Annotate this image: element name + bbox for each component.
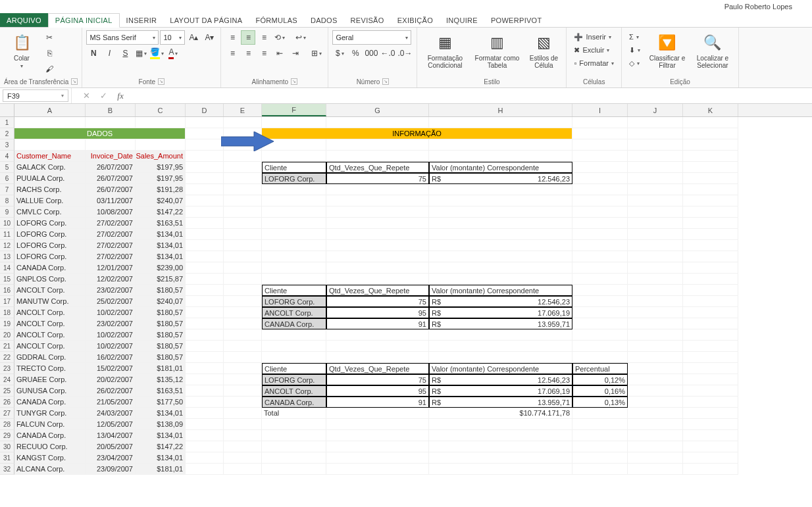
cell[interactable]: $180,57 <box>136 307 186 318</box>
cell[interactable] <box>224 464 262 475</box>
cell[interactable]: $181,01 <box>136 464 186 475</box>
cell[interactable]: Customer_Name <box>14 151 86 162</box>
cell[interactable] <box>628 318 683 329</box>
cell[interactable] <box>572 452 628 464</box>
cell[interactable] <box>326 408 429 419</box>
cell[interactable]: LOFORG Corp. <box>262 374 326 385</box>
cell[interactable] <box>262 195 326 206</box>
tab-formulas[interactable]: FÓRMULAS <box>249 13 304 27</box>
bold-button[interactable]: N <box>86 46 101 60</box>
cell[interactable]: 26/07/2007 <box>86 162 136 173</box>
cell[interactable] <box>136 139 186 151</box>
cell[interactable] <box>186 307 224 318</box>
cell[interactable]: 23/02/2007 <box>86 318 136 329</box>
cell[interactable] <box>628 218 683 229</box>
cell[interactable]: 12/02/2007 <box>86 274 136 285</box>
cell[interactable]: $10.774.171,78 <box>429 408 572 419</box>
row-header[interactable]: 22 <box>0 352 14 363</box>
row-header[interactable]: 31 <box>0 452 14 464</box>
cell[interactable]: $147,22 <box>136 441 186 452</box>
cell[interactable]: ANCOLT Corp. <box>14 329 86 341</box>
row-header[interactable]: 5 <box>0 162 14 173</box>
cell[interactable] <box>262 262 326 274</box>
cell[interactable] <box>326 341 429 352</box>
clipboard-dialog-launcher[interactable]: ↘ <box>71 78 78 85</box>
cell[interactable] <box>186 117 224 128</box>
cell[interactable]: 91 <box>326 397 429 408</box>
cell[interactable]: 75 <box>326 374 429 385</box>
cell[interactable]: $197,95 <box>136 162 186 173</box>
decrease-decimal-button[interactable]: .0→ <box>397 46 413 60</box>
cell[interactable]: GRUAEE Corp. <box>14 374 86 385</box>
row-header[interactable]: 20 <box>0 329 14 341</box>
cell[interactable] <box>572 218 628 229</box>
cell[interactable]: 03/11/2007 <box>86 195 136 206</box>
cell[interactable] <box>628 262 683 274</box>
row-header[interactable]: 4 <box>0 151 14 162</box>
clear-button[interactable]: ◇▾ <box>626 57 644 70</box>
cell[interactable] <box>683 218 738 229</box>
cell[interactable] <box>683 374 738 385</box>
cell[interactable] <box>628 162 683 173</box>
cell[interactable] <box>186 408 224 419</box>
cell[interactable] <box>572 274 628 285</box>
cell[interactable] <box>326 195 429 206</box>
cell[interactable] <box>572 262 628 274</box>
cell[interactable] <box>186 385 224 397</box>
cell[interactable]: PUUALA Corp. <box>14 173 86 184</box>
column-header-I[interactable]: I <box>572 104 628 116</box>
align-right-button[interactable]: ≡ <box>257 46 271 60</box>
border-button[interactable]: ▦ <box>134 46 148 60</box>
cell[interactable]: 27/02/2007 <box>86 229 136 240</box>
cell[interactable] <box>628 397 683 408</box>
cell[interactable] <box>628 329 683 341</box>
cell[interactable] <box>429 139 572 151</box>
cell[interactable] <box>683 363 738 374</box>
tab-powerpivot[interactable]: POWERPIVOT <box>484 13 549 27</box>
cell[interactable] <box>683 117 738 128</box>
cell[interactable] <box>224 374 262 385</box>
row-header[interactable]: 2 <box>0 128 14 139</box>
cell[interactable] <box>224 162 262 173</box>
cell[interactable]: $180,57 <box>136 352 186 363</box>
tab-inquire[interactable]: INQUIRE <box>440 13 484 27</box>
row-header[interactable]: 19 <box>0 318 14 329</box>
cell[interactable] <box>683 195 738 206</box>
row-header[interactable]: 16 <box>0 285 14 296</box>
cell[interactable] <box>224 341 262 352</box>
cell[interactable] <box>262 184 326 195</box>
cell[interactable]: CANADA Corp. <box>14 430 86 441</box>
cell[interactable] <box>86 117 136 128</box>
row-header[interactable]: 29 <box>0 430 14 441</box>
cell[interactable] <box>429 240 572 251</box>
cell[interactable]: CANADA Corp. <box>262 318 326 329</box>
cell[interactable] <box>224 285 262 296</box>
cell[interactable]: $134,01 <box>136 408 186 419</box>
cell[interactable] <box>186 151 224 162</box>
cell[interactable] <box>429 184 572 195</box>
decrease-indent-button[interactable]: ⇤ <box>272 46 287 60</box>
cell[interactable]: $163,51 <box>136 218 186 229</box>
conditional-formatting-button[interactable]: ▦ Formatação Condicional <box>421 30 469 75</box>
cell[interactable] <box>572 139 628 151</box>
cell[interactable]: R$17.069,19 <box>429 385 572 397</box>
cell[interactable]: GALACK Corp. <box>14 162 86 173</box>
cell[interactable]: $180,57 <box>136 341 186 352</box>
cell[interactable] <box>326 262 429 274</box>
row-header[interactable]: 24 <box>0 374 14 385</box>
row-header[interactable]: 13 <box>0 251 14 262</box>
cell[interactable] <box>224 408 262 419</box>
cell[interactable]: 10/02/2007 <box>86 329 136 341</box>
cell[interactable]: $134,01 <box>136 240 186 251</box>
cell[interactable] <box>572 307 628 318</box>
cell[interactable] <box>262 229 326 240</box>
delete-cells-button[interactable]: ✖Excluir▾ <box>571 43 613 57</box>
cell[interactable]: 95 <box>326 307 429 318</box>
cell[interactable]: 26/07/2007 <box>86 184 136 195</box>
autosum-button[interactable]: Σ▾ <box>626 30 644 43</box>
cell[interactable] <box>628 296 683 307</box>
cell[interactable] <box>429 441 572 452</box>
cell[interactable] <box>683 318 738 329</box>
cell[interactable] <box>683 184 738 195</box>
cell[interactable] <box>224 307 262 318</box>
